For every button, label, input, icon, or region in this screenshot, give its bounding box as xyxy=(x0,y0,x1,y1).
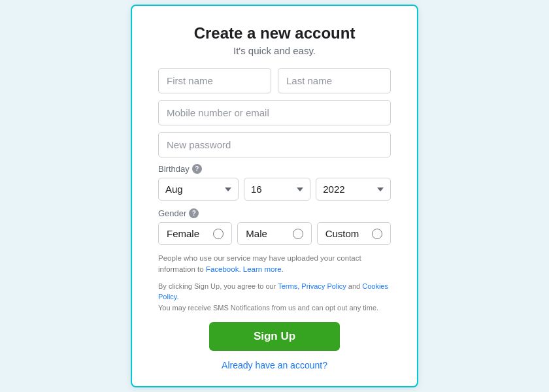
learn-more-link[interactable]: Learn more. xyxy=(243,265,284,273)
gender-custom-radio[interactable] xyxy=(372,229,382,239)
gender-row: Female Male Custom xyxy=(158,222,391,245)
gender-female-radio[interactable] xyxy=(213,229,224,239)
birthday-section: Birthday ? Jan Feb Mar Apr May Jun Jul A… xyxy=(158,164,391,201)
gender-female-option[interactable]: Female xyxy=(158,222,232,245)
birthday-day-select[interactable]: 1234 5678 9101112 13141516 17181920 2122… xyxy=(244,178,310,201)
gender-custom-option[interactable]: Custom xyxy=(317,222,391,245)
birthday-label: Birthday ? xyxy=(158,164,391,174)
first-name-input[interactable] xyxy=(158,68,271,93)
gender-male-label: Male xyxy=(246,228,267,239)
contact-notice: People who use our service may have uplo… xyxy=(158,253,391,276)
terms-notice: By clicking Sign Up, you agree to our Te… xyxy=(158,281,391,314)
gender-male-option[interactable]: Male xyxy=(237,222,311,245)
gender-section: Gender ? Female Male Custom xyxy=(158,208,391,245)
gender-female-label: Female xyxy=(167,228,199,239)
login-link[interactable]: Already have an account? xyxy=(158,360,391,370)
mobile-email-input[interactable] xyxy=(158,100,391,125)
card-subtitle: It's quick and easy. xyxy=(158,45,391,56)
birthday-month-select[interactable]: Jan Feb Mar Apr May Jun Jul Aug Sep Oct … xyxy=(158,178,239,201)
gender-label: Gender ? xyxy=(158,208,391,218)
terms-link[interactable]: Terms, xyxy=(278,282,299,290)
name-row xyxy=(158,68,391,93)
gender-custom-label: Custom xyxy=(325,228,359,239)
signup-button[interactable]: Sign Up xyxy=(209,322,340,351)
gender-male-radio[interactable] xyxy=(293,229,303,239)
privacy-link[interactable]: Privacy Policy xyxy=(301,282,346,290)
last-name-input[interactable] xyxy=(278,68,391,93)
signup-card: Create a new account It's quick and easy… xyxy=(131,5,418,387)
gender-help-icon[interactable]: ? xyxy=(189,208,199,218)
password-input[interactable] xyxy=(158,132,391,157)
password-wrapper xyxy=(158,132,391,157)
card-title: Create a new account xyxy=(158,24,391,42)
birthday-help-icon[interactable]: ? xyxy=(192,164,202,174)
mobile-email-wrapper xyxy=(158,100,391,125)
facebook-link[interactable]: Facebook. xyxy=(206,265,241,273)
birthday-row: Jan Feb Mar Apr May Jun Jul Aug Sep Oct … xyxy=(158,178,391,201)
birthday-year-select[interactable]: 2022 202120202019 201820172016 201520142… xyxy=(316,178,391,201)
